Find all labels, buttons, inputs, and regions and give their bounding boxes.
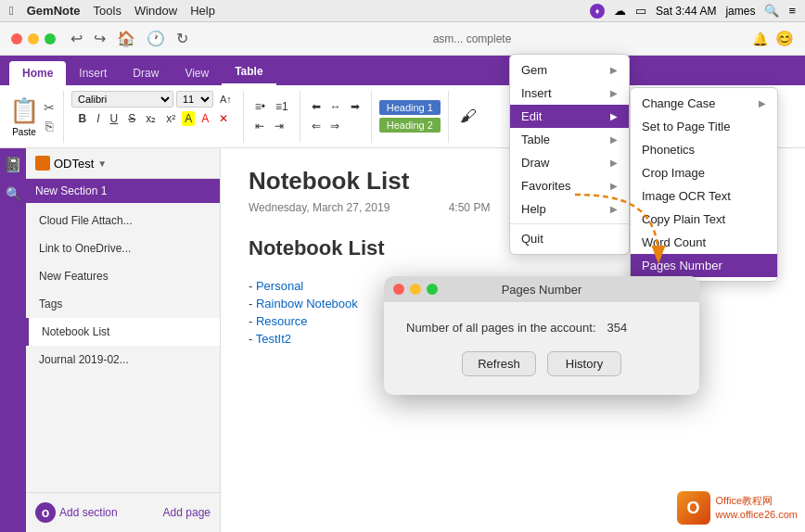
office-icon: O	[677, 491, 710, 525]
watermark-text: Office教程网 www.office26.com	[716, 494, 798, 523]
menu-overlay: Gem ▶ Insert ▶ Edit ▶ Table ▶ Draw ▶ Fav…	[0, 0, 805, 532]
insert-menu-arrow: ▶	[610, 88, 618, 98]
dialog-maximize-button[interactable]	[427, 284, 438, 295]
menu-draw[interactable]: Draw ▶	[510, 151, 629, 174]
submenu-image-ocr[interactable]: Image OCR Text	[631, 184, 777, 208]
submenu-copy-plain-text[interactable]: Copy Plain Text	[631, 208, 777, 231]
history-button[interactable]: History	[547, 351, 621, 376]
submenu-set-page-title[interactable]: Set to Page Title	[631, 115, 777, 138]
dialog-value: 354	[607, 321, 628, 335]
dialog-titlebar: Pages Number	[384, 276, 699, 302]
menu-edit[interactable]: Edit ▶	[510, 105, 629, 128]
menu-insert[interactable]: Insert ▶	[510, 82, 629, 105]
table-menu-arrow: ▶	[610, 134, 618, 145]
menu-quit[interactable]: Quit	[510, 227, 629, 250]
dialog-label: Number of all pages in the account:	[406, 321, 596, 335]
dialog-title: Pages Number	[502, 283, 582, 297]
gem-menu-arrow: ▶	[610, 65, 618, 75]
pages-number-dialog: Pages Number Number of all pages in the …	[384, 276, 699, 395]
submenu-word-count[interactable]: Word Count	[631, 231, 777, 254]
edit-submenu: Change Case ▶ Set to Page Title Phonetic…	[630, 87, 778, 282]
submenu-crop-image[interactable]: Crop Image	[631, 161, 777, 184]
menu-gem[interactable]: Gem ▶	[510, 58, 629, 82]
help-menu-arrow: ▶	[610, 204, 618, 214]
menu-help[interactable]: Help ▶	[510, 197, 629, 221]
main-dropdown-menu: Gem ▶ Insert ▶ Edit ▶ Table ▶ Draw ▶ Fav…	[509, 54, 630, 255]
dialog-close-button[interactable]	[393, 284, 404, 295]
draw-menu-arrow: ▶	[610, 158, 618, 168]
edit-menu-arrow: ▶	[610, 111, 618, 121]
dialog-info-row: Number of all pages in the account: 354	[406, 321, 677, 335]
submenu-pages-number[interactable]: Pages Number	[631, 254, 777, 277]
menu-favorites[interactable]: Favorites ▶	[510, 174, 629, 197]
submenu-change-case[interactable]: Change Case ▶	[631, 92, 777, 115]
change-case-arrow: ▶	[759, 98, 766, 108]
favorites-menu-arrow: ▶	[610, 181, 618, 191]
dialog-minimize-button[interactable]	[410, 284, 421, 295]
menu-table[interactable]: Table ▶	[510, 128, 629, 151]
refresh-button[interactable]: Refresh	[462, 351, 536, 376]
dialog-buttons: Refresh History	[406, 351, 677, 376]
dialog-body: Number of all pages in the account: 354 …	[384, 302, 699, 395]
watermark: O Office教程网 www.office26.com	[677, 491, 798, 525]
menu-separator	[510, 223, 629, 224]
dialog-traffic-lights	[393, 284, 438, 295]
submenu-phonetics[interactable]: Phonetics	[631, 138, 777, 161]
